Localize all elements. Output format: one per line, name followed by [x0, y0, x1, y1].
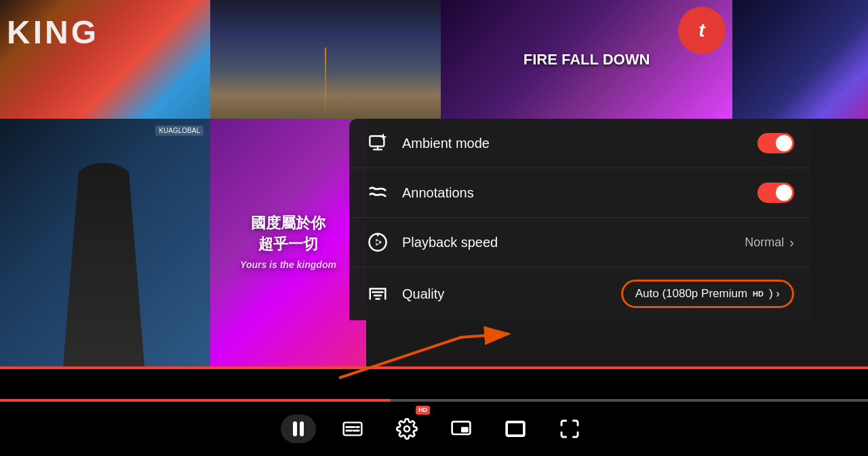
settings-playback-speed[interactable]: Playback speed Normal ›	[349, 218, 810, 267]
settings-panel: Ambient mode Annotations Playback speed …	[349, 119, 810, 320]
annotations-toggle[interactable]	[757, 183, 794, 203]
bottom-thumbnail-row: KUAGLOBAL 國度屬於你 超乎一切 Yours is the kingdo…	[0, 119, 366, 366]
quality-value[interactable]: Auto (1080p Premium HD) ›	[621, 280, 794, 308]
annotations-icon	[366, 180, 390, 205]
playback-speed-value: Normal ›	[745, 235, 794, 250]
mini-screen-icon	[450, 418, 472, 440]
hd-badge: HD	[416, 406, 430, 415]
settings-quality[interactable]: Quality Auto (1080p Premium HD) ›	[349, 267, 810, 320]
pip-button[interactable]	[498, 411, 533, 446]
thumbnail-fire-fall-down[interactable]: FIRE FALL DOWN t	[441, 0, 732, 119]
svg-rect-23	[507, 421, 525, 436]
svg-rect-0	[370, 136, 384, 147]
quality-button[interactable]: Auto (1080p Premium HD) ›	[621, 280, 794, 308]
progress-bar[interactable]	[0, 399, 868, 402]
playback-speed-icon	[366, 230, 390, 254]
annotations-label: Annotations	[402, 185, 757, 201]
thumbnail-worship[interactable]: 國度屬於你 超乎一切 Yours is the kingdom	[210, 119, 366, 366]
settings-gear-icon	[396, 418, 418, 440]
pause-button[interactable]	[281, 411, 316, 446]
playback-speed-label: Playback speed	[402, 235, 745, 250]
thumbnail-road[interactable]	[210, 0, 441, 119]
control-bar: HD	[0, 368, 868, 456]
quality-icon	[366, 282, 390, 306]
captions-icon	[342, 418, 363, 440]
svg-point-1	[382, 136, 384, 138]
fire-fall-title: FIRE FALL DOWN	[524, 51, 650, 69]
mini-screen-button[interactable]	[443, 411, 479, 446]
thumbnail-purple[interactable]	[732, 0, 868, 119]
settings-button[interactable]: HD	[389, 411, 425, 446]
thumbnail-king[interactable]	[0, 0, 210, 119]
red-progress-line	[0, 366, 868, 369]
fullscreen-button[interactable]	[552, 411, 587, 446]
captions-button[interactable]	[335, 411, 370, 446]
settings-annotations[interactable]: Annotations	[349, 168, 810, 218]
thumbnail-singer[interactable]: KUAGLOBAL	[0, 119, 210, 366]
fullscreen-icon	[559, 418, 580, 440]
pause-icon	[281, 415, 316, 443]
singer-background	[0, 119, 210, 366]
playback-speed-chevron: ›	[789, 235, 794, 250]
controls-row: HD	[0, 402, 868, 456]
svg-rect-16	[344, 423, 362, 436]
svg-rect-24	[507, 423, 524, 436]
settings-ambient-mode[interactable]: Ambient mode	[349, 119, 810, 168]
kuaglobal-badge: KUAGLOBAL	[155, 126, 203, 136]
pip-icon	[505, 418, 526, 440]
ambient-mode-label: Ambient mode	[402, 136, 757, 151]
technave-logo: t	[678, 7, 726, 54]
quality-label: Quality	[402, 286, 621, 302]
worship-text: 國度屬於你 超乎一切 Yours is the kingdom	[240, 213, 336, 271]
ambient-mode-toggle[interactable]	[757, 133, 794, 153]
progress-bar-fill	[0, 399, 391, 402]
svg-point-8	[376, 241, 380, 244]
ambient-mode-icon	[366, 131, 390, 155]
top-thumbnail-row: FIRE FALL DOWN t	[0, 0, 868, 119]
svg-rect-22	[461, 427, 469, 432]
